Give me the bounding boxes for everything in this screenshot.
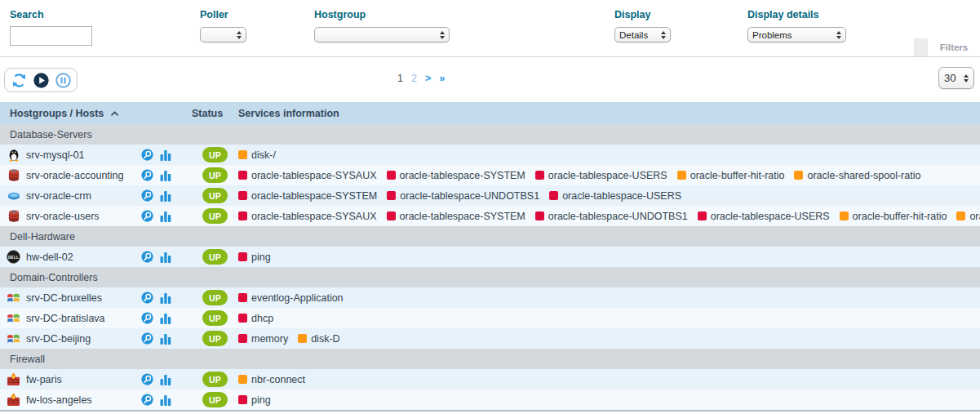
host-graph-icon[interactable] bbox=[159, 169, 172, 182]
service-link[interactable]: oracle-shared-spool-ratio bbox=[956, 211, 980, 222]
host-graph-icon[interactable] bbox=[159, 373, 172, 386]
host-graph-icon[interactable] bbox=[159, 312, 172, 325]
service-status-square-critical bbox=[387, 211, 396, 220]
host-graph-icon[interactable] bbox=[159, 332, 172, 345]
host-graph-icon[interactable] bbox=[159, 210, 172, 223]
refresh-icon[interactable] bbox=[10, 71, 28, 89]
service-name[interactable]: dhcp bbox=[251, 313, 273, 324]
host-graph-icon[interactable] bbox=[159, 149, 172, 162]
service-link[interactable]: oracle-tablespace-SYSTEM bbox=[387, 170, 525, 181]
service-link[interactable]: eventlog-Application bbox=[238, 292, 344, 304]
service-link[interactable]: disk-/ bbox=[238, 149, 276, 161]
service-name[interactable]: oracle-tablespace-UNDOTBS1 bbox=[548, 211, 688, 222]
play-icon[interactable] bbox=[32, 71, 50, 89]
filters-button[interactable]: Filters bbox=[928, 38, 980, 56]
host-graph-icon[interactable] bbox=[159, 251, 172, 264]
host-detail-magnifier-icon[interactable] bbox=[140, 373, 153, 386]
host-detail-magnifier-icon[interactable] bbox=[140, 189, 153, 203]
host-name-link[interactable]: hw-dell-02 bbox=[26, 252, 73, 263]
host-detail-magnifier-icon[interactable] bbox=[140, 332, 153, 345]
host-name-link[interactable]: fw-los-angeles bbox=[26, 394, 92, 406]
host-row: srv-DC-bratislavaUPdhcp bbox=[0, 308, 980, 328]
service-link[interactable]: oracle-tablespace-USERS bbox=[698, 211, 830, 222]
service-link[interactable]: oracle-tablespace-SYSTEM bbox=[387, 211, 525, 222]
display-details-select[interactable]: Problems bbox=[747, 27, 846, 42]
status-cell: UP bbox=[192, 390, 238, 410]
last-page-arrow[interactable]: » bbox=[439, 73, 445, 84]
service-name[interactable]: disk-D bbox=[311, 333, 339, 345]
service-link[interactable]: memory bbox=[238, 333, 288, 345]
service-link[interactable]: oracle-tablespace-SYSTEM bbox=[238, 190, 377, 202]
service-link[interactable]: oracle-tablespace-USERS bbox=[549, 190, 681, 202]
service-name[interactable]: oracle-tablespace-SYSAUX bbox=[251, 211, 377, 222]
service-name[interactable]: oracle-tablespace-USERS bbox=[711, 211, 830, 222]
host-graph-icon[interactable] bbox=[159, 189, 172, 203]
service-link[interactable]: oracle-tablespace-SYSAUX bbox=[238, 170, 377, 181]
host-name-link[interactable]: fw-paris bbox=[26, 374, 62, 385]
host-detail-magnifier-icon[interactable] bbox=[140, 292, 153, 305]
service-name[interactable]: oracle-tablespace-SYSTEM bbox=[400, 211, 525, 222]
column-status[interactable]: Status bbox=[192, 108, 223, 119]
column-hostgroups-hosts[interactable]: Hostgroups / Hosts bbox=[10, 108, 104, 119]
next-page-arrow[interactable]: > bbox=[425, 73, 431, 84]
host-cell: srv-oracle-crm bbox=[0, 185, 192, 206]
service-link[interactable]: oracle-buffer-hit-ratio bbox=[840, 211, 947, 222]
host-detail-magnifier-icon[interactable] bbox=[140, 169, 153, 182]
service-link[interactable]: nbr-connect bbox=[238, 374, 305, 385]
service-link[interactable]: oracle-buffer-hit-ratio bbox=[677, 170, 785, 181]
host-graph-icon[interactable] bbox=[159, 292, 172, 305]
service-name[interactable]: oracle-tablespace-UNDOTBS1 bbox=[400, 190, 539, 202]
host-name-link[interactable]: srv-DC-bruxelles bbox=[26, 292, 102, 304]
poller-select[interactable] bbox=[200, 27, 246, 42]
service-name[interactable]: oracle-shared-spool-ratio bbox=[807, 170, 920, 181]
hostgroup-select[interactable] bbox=[314, 27, 450, 42]
service-link[interactable]: oracle-shared-spool-ratio bbox=[794, 170, 920, 181]
service-name[interactable]: oracle-tablespace-SYSTEM bbox=[251, 190, 377, 202]
service-name[interactable]: eventlog-Application bbox=[251, 292, 344, 304]
service-link[interactable]: ping bbox=[238, 394, 271, 406]
service-name[interactable]: memory bbox=[251, 333, 288, 345]
service-name[interactable]: disk-/ bbox=[251, 149, 276, 161]
service-link[interactable]: oracle-tablespace-SYSAUX bbox=[238, 211, 377, 222]
service-name[interactable]: nbr-connect bbox=[251, 374, 305, 385]
display-label: Display bbox=[614, 9, 671, 20]
host-name-link[interactable]: srv-oracle-accounting bbox=[26, 170, 124, 181]
service-name[interactable]: oracle-tablespace-USERS bbox=[548, 170, 667, 181]
page-number-2[interactable]: 2 bbox=[411, 73, 417, 84]
host-name-link[interactable]: srv-mysql-01 bbox=[26, 149, 85, 161]
search-input[interactable] bbox=[10, 26, 92, 46]
status-cell: UP bbox=[192, 287, 238, 308]
service-link[interactable]: ping bbox=[238, 252, 271, 263]
service-name[interactable]: oracle-tablespace-USERS bbox=[562, 190, 681, 202]
pause-icon[interactable] bbox=[54, 71, 72, 89]
display-details-value: Problems bbox=[752, 30, 792, 40]
host-name-link[interactable]: srv-oracle-users bbox=[26, 211, 100, 222]
service-link[interactable]: oracle-tablespace-UNDOTBS1 bbox=[535, 211, 688, 222]
host-detail-magnifier-icon[interactable] bbox=[140, 149, 153, 162]
host-name-link[interactable]: srv-DC-beijing bbox=[26, 333, 91, 345]
service-name[interactable]: ping bbox=[251, 252, 271, 263]
service-name[interactable]: oracle-tablespace-SYSAUX bbox=[251, 170, 377, 181]
service-name[interactable]: oracle-tablespace-SYSTEM bbox=[400, 170, 525, 181]
host-detail-magnifier-icon[interactable] bbox=[140, 251, 153, 264]
host-graph-icon[interactable] bbox=[159, 394, 172, 407]
service-name[interactable]: oracle-buffer-hit-ratio bbox=[690, 170, 785, 181]
service-name[interactable]: oracle-shared-spool-ratio bbox=[969, 211, 980, 222]
host-row: fw-parisUPnbr-connect bbox=[0, 369, 980, 390]
host-detail-magnifier-icon[interactable] bbox=[140, 210, 153, 223]
service-name[interactable]: oracle-buffer-hit-ratio bbox=[853, 211, 947, 222]
host-detail-magnifier-icon[interactable] bbox=[140, 312, 153, 325]
service-link[interactable]: disk-D bbox=[298, 333, 339, 345]
service-name[interactable]: ping bbox=[251, 394, 271, 406]
service-link[interactable]: oracle-tablespace-USERS bbox=[535, 170, 667, 181]
host-detail-magnifier-icon[interactable] bbox=[140, 394, 153, 407]
status-cell: UP bbox=[192, 328, 238, 349]
display-select[interactable]: Details bbox=[614, 27, 671, 42]
display-details-filter: Display details Problems bbox=[747, 9, 846, 42]
service-link[interactable]: oracle-tablespace-UNDOTBS1 bbox=[387, 190, 539, 202]
service-link[interactable]: dhcp bbox=[238, 313, 273, 324]
host-name-link[interactable]: srv-oracle-crm bbox=[26, 190, 91, 202]
page-size-select[interactable]: 30 bbox=[938, 67, 974, 89]
page-number-current[interactable]: 1 bbox=[397, 73, 403, 84]
host-name-link[interactable]: srv-DC-bratislava bbox=[26, 313, 105, 324]
